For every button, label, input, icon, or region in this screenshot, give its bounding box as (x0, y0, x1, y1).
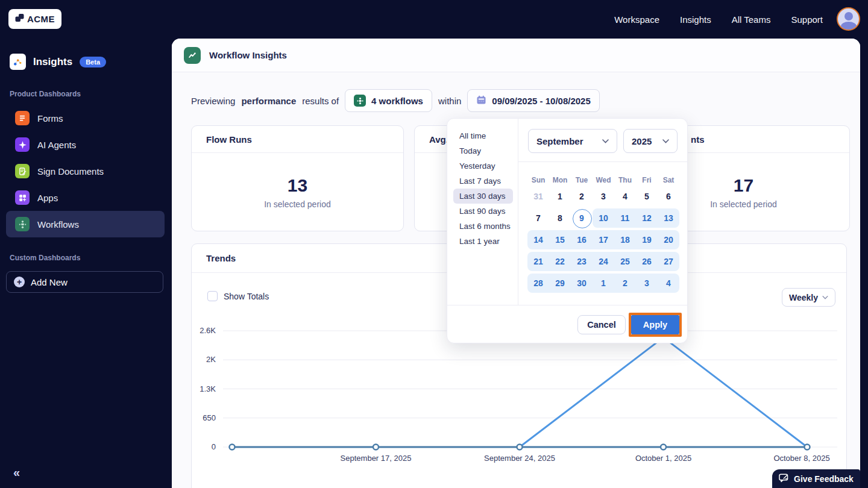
year-select[interactable]: 2025 (623, 129, 678, 153)
chevron-down-icon (602, 139, 609, 143)
preset-all-time[interactable]: All time (447, 128, 518, 143)
brand-name: ACME (27, 14, 55, 24)
calendar-day-29[interactable]: 29 (549, 274, 571, 293)
calendar-day-16[interactable]: 16 (571, 230, 593, 249)
sidebar-item-apps[interactable]: Apps (6, 184, 165, 211)
filter-within-text: within (438, 96, 461, 106)
show-totals-toggle[interactable]: Show Totals (207, 291, 269, 301)
calendar-day-8[interactable]: 8 (549, 208, 571, 228)
preset-last-90-days[interactable]: Last 90 days (447, 204, 518, 219)
give-feedback-button[interactable]: Give Feedback (772, 469, 860, 488)
preset-today[interactable]: Today (447, 143, 518, 158)
chevron-down-icon (662, 139, 669, 143)
apply-button-highlight: Apply (629, 313, 682, 337)
sidebar-item-label: Apps (37, 193, 58, 203)
day-header-wed: Wed (593, 176, 614, 184)
calendar-day-4[interactable]: 4 (614, 187, 636, 206)
calendar-day-6[interactable]: 6 (658, 187, 679, 206)
topnav-all-teams[interactable]: All Teams (732, 14, 771, 25)
calendar-day-18[interactable]: 18 (614, 230, 636, 249)
calendar-day-12[interactable]: 12 (636, 208, 658, 228)
date-presets: All timeTodayYesterdayLast 7 daysLast 30… (447, 119, 518, 305)
calendar-day-10[interactable]: 10 (593, 208, 614, 228)
insights-icon (10, 54, 26, 70)
sidebar-item-label: Forms (37, 113, 63, 124)
calendar-day-1[interactable]: 1 (593, 274, 614, 293)
calendar-day-5[interactable]: 5 (636, 187, 658, 206)
apps-icon (15, 190, 30, 205)
filter-text-prefix: Previewing (191, 96, 235, 106)
preset-last-30-days[interactable]: Last 30 days (453, 189, 513, 204)
calendar-day-30[interactable]: 30 (571, 274, 593, 293)
show-totals-label: Show Totals (224, 292, 269, 301)
chevron-down-icon (822, 296, 828, 299)
calendar-day-1[interactable]: 1 (549, 187, 571, 206)
preset-last-1-year[interactable]: Last 1 year (447, 234, 518, 249)
month-select[interactable]: September (528, 129, 617, 153)
page-header: Workflow Insights (172, 39, 860, 72)
calendar-day-19[interactable]: 19 (636, 230, 658, 249)
workflows-icon (354, 95, 366, 107)
calendar-day-11[interactable]: 11 (614, 208, 636, 228)
checkbox-icon[interactable] (207, 291, 218, 301)
sidebar-item-forms[interactable]: Forms (6, 105, 165, 131)
add-new-button[interactable]: + Add New (6, 271, 163, 293)
day-header-tue: Tue (571, 176, 593, 184)
date-picker-popup: All timeTodayYesterdayLast 7 daysLast 30… (447, 118, 688, 343)
topnav-workspace[interactable]: Workspace (614, 14, 659, 25)
collapse-sidebar-button[interactable]: « (13, 466, 20, 480)
card-subtitle: In selected period (264, 199, 331, 209)
workflows-filter-button[interactable]: 4 workflows (345, 89, 432, 112)
calendar-day-21[interactable]: 21 (527, 252, 549, 271)
calendar-day-9[interactable]: 9 (571, 208, 593, 228)
calendar-day-22[interactable]: 22 (549, 252, 571, 271)
date-range-button[interactable]: 09/09/2025 - 10/08/2025 (467, 89, 599, 112)
date-range-label: 09/09/2025 - 10/08/2025 (492, 96, 590, 106)
calendar-day-2[interactable]: 2 (571, 187, 593, 206)
day-header-thu: Thu (614, 176, 636, 184)
section-product-dashboards: Product Dashboards (10, 90, 81, 98)
calendar-day-25[interactable]: 25 (614, 252, 636, 271)
calendar-day-13[interactable]: 13 (658, 208, 679, 228)
sidebar-item-sign-documents[interactable]: Sign Documents (6, 158, 165, 184)
preset-last-7-days[interactable]: Last 7 days (447, 174, 518, 189)
calendar-day-31[interactable]: 31 (527, 187, 549, 206)
filter-bar: Previewing performance results of 4 work… (191, 89, 600, 112)
day-header-mon: Mon (549, 176, 571, 184)
sidebar-item-ai-agents[interactable]: AI Agents (6, 131, 165, 158)
sidebar: Insights Beta Product Dashboards FormsAI… (0, 39, 172, 488)
topnav-support[interactable]: Support (791, 14, 823, 25)
calendar-day-14[interactable]: 14 (527, 230, 549, 249)
preset-yesterday[interactable]: Yesterday (447, 158, 518, 174)
cancel-button[interactable]: Cancel (577, 315, 626, 334)
calendar-day-3[interactable]: 3 (636, 274, 658, 293)
calendar-day-4[interactable]: 4 (658, 274, 679, 293)
calendar-day-3[interactable]: 3 (593, 187, 614, 206)
avatar[interactable] (837, 7, 860, 31)
workflows-filter-label: 4 workflows (371, 96, 423, 106)
calendar-day-24[interactable]: 24 (593, 252, 614, 271)
page-title: Workflow Insights (209, 50, 287, 60)
day-header-fri: Fri (636, 176, 658, 184)
card-flow-runs: Flow Runs 13 In selected period (191, 125, 404, 231)
calendar-day-26[interactable]: 26 (636, 252, 658, 271)
calendar-day-20[interactable]: 20 (658, 230, 679, 249)
year-select-value: 2025 (632, 136, 652, 146)
interval-dropdown[interactable]: Weekly (782, 288, 835, 307)
day-header-sun: Sun (527, 176, 549, 184)
calendar-day-2[interactable]: 2 (614, 274, 636, 293)
calendar-day-15[interactable]: 15 (549, 230, 571, 249)
calendar-day-27[interactable]: 27 (658, 252, 679, 271)
apply-button[interactable]: Apply (631, 315, 679, 334)
sidebar-item-workflows[interactable]: Workflows (6, 211, 165, 237)
calendar-day-28[interactable]: 28 (527, 274, 549, 293)
calendar-day-7[interactable]: 7 (527, 208, 549, 228)
card-subtitle: In selected period (710, 199, 777, 209)
brand-logo[interactable]: ACME (8, 9, 61, 29)
preset-last-6-months[interactable]: Last 6 months (447, 219, 518, 234)
interval-label: Weekly (789, 293, 818, 302)
topnav-insights[interactable]: Insights (680, 14, 711, 25)
calendar-day-23[interactable]: 23 (571, 252, 593, 271)
calendar-day-17[interactable]: 17 (593, 230, 614, 249)
sidebar-app-header[interactable]: Insights Beta (10, 54, 106, 70)
